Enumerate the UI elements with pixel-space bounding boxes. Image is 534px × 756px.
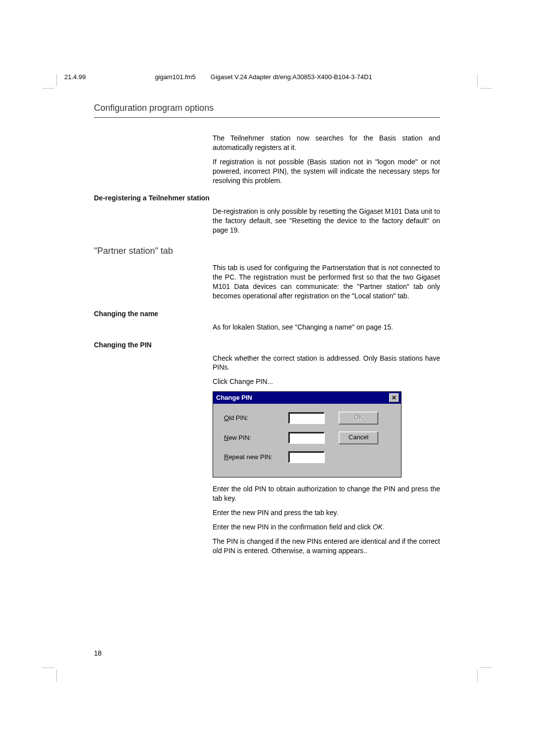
ok-button[interactable]: OK (339, 412, 378, 425)
crop-mark (480, 667, 492, 668)
new-pin-input[interactable] (288, 432, 325, 444)
crop-mark (42, 88, 54, 89)
cancel-button[interactable]: Cancel (339, 431, 378, 444)
repeat-pin-input[interactable] (288, 451, 325, 463)
body-paragraph: If registration is not possible (Basis s… (213, 157, 440, 186)
crop-mark (480, 88, 492, 89)
body-paragraph: De-registration is only possible by rese… (213, 207, 440, 235)
header-doc: Gigaset V.24 Adapter dt/eng:A30853-X400-… (211, 73, 372, 81)
body-paragraph: Enter the old PIN to obtain authorizatio… (213, 484, 440, 503)
old-pin-label: Old PIN: (224, 414, 288, 423)
body-paragraph: Enter the new PIN and press the tab key. (213, 508, 440, 518)
change-pin-dialog: Change PIN ✕ Old PIN: OK New PIN: Cancel… (213, 391, 401, 477)
new-pin-label: New PIN: (224, 433, 288, 442)
section-title: Configuration program options (94, 103, 440, 118)
heading-deregister: De-registering a Teilnehmer station (94, 194, 440, 202)
crop-mark (477, 669, 478, 682)
body-paragraph: Enter the new PIN in the confirmation fi… (213, 522, 440, 532)
body-paragraph: Check whether the correct station is add… (213, 354, 440, 373)
heading-change-name: Changing the name (94, 310, 440, 318)
body-paragraph: This tab is used for configuring the Par… (213, 263, 440, 301)
repeat-pin-label: Repeat new PIN: (224, 453, 288, 462)
body-paragraph: The PIN is changed if the new PINs enter… (213, 537, 440, 556)
body-paragraph: Click Change PIN... (213, 377, 440, 386)
crop-mark (42, 667, 54, 668)
running-header: 21.4.99 gigam101.fm5 Gigaset V.24 Adapte… (64, 73, 470, 81)
crop-mark (477, 74, 478, 87)
body-paragraph: As for lokalen Station, see "Changing a … (213, 323, 440, 332)
header-date: 21.4.99 (64, 73, 86, 81)
heading-partner-tab: "Partner station" tab (94, 246, 440, 256)
heading-change-pin: Changing the PIN (94, 341, 440, 349)
crop-mark (56, 74, 57, 87)
dialog-title: Change PIN (216, 393, 252, 402)
crop-mark (56, 669, 57, 682)
old-pin-input[interactable] (288, 412, 325, 424)
body-paragraph: The Teilnehmer station now searches for … (213, 134, 440, 152)
close-icon[interactable]: ✕ (389, 393, 399, 402)
page-number: 18 (94, 649, 102, 657)
header-file: gigam101.fm5 (155, 73, 195, 81)
dialog-titlebar: Change PIN ✕ (213, 392, 401, 404)
